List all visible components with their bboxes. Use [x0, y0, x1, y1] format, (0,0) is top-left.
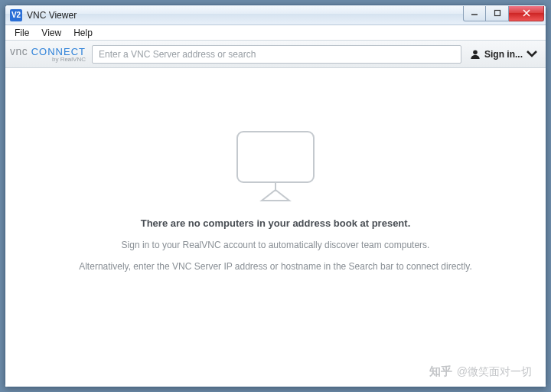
window-controls [463, 6, 544, 21]
toolbar: vnc CONNECT by RealVNC Sign in... [5, 41, 546, 68]
logo-vnc-text: vnc [10, 45, 28, 57]
minimize-icon [471, 9, 478, 17]
menu-view[interactable]: View [35, 26, 67, 40]
brand-logo: vnc CONNECT by RealVNC [10, 46, 86, 63]
logo-sub-text: by RealVNC [52, 57, 86, 63]
empty-line2: Alternatively, enter the VNC Server IP a… [79, 261, 472, 272]
chevron-down-icon [526, 48, 538, 60]
sign-in-button[interactable]: Sign in... [466, 48, 541, 60]
watermark: 知乎 @微笑面对一切 [429, 364, 532, 379]
maximize-icon [494, 9, 501, 17]
watermark-user: @微笑面对一切 [457, 365, 532, 379]
maximize-button[interactable] [486, 6, 509, 21]
logo-main: vnc CONNECT [10, 46, 86, 57]
app-window: V2 VNC Viewer File View Help vnc CONNECT… [5, 5, 546, 387]
close-button[interactable] [509, 6, 544, 21]
empty-headline: There are no computers in your address b… [141, 217, 411, 229]
svg-rect-1 [494, 11, 500, 16]
monitor-icon [230, 127, 321, 204]
svg-rect-5 [237, 132, 314, 182]
sign-in-label: Sign in... [484, 49, 523, 60]
user-icon [469, 48, 481, 60]
empty-line1: Sign in to your RealVNC account to autom… [122, 240, 430, 250]
titlebar: V2 VNC Viewer [5, 5, 546, 25]
watermark-brand: 知乎 [429, 364, 452, 379]
app-icon: V2 [10, 9, 22, 21]
menu-file[interactable]: File [8, 26, 35, 40]
menubar: File View Help [5, 25, 546, 41]
window-title: VNC Viewer [27, 10, 463, 21]
content-area: There are no computers in your address b… [5, 68, 546, 387]
minimize-button[interactable] [463, 6, 486, 21]
search-input[interactable] [92, 45, 461, 64]
svg-point-4 [473, 50, 478, 54]
close-icon [522, 8, 531, 18]
menu-help[interactable]: Help [67, 26, 99, 40]
